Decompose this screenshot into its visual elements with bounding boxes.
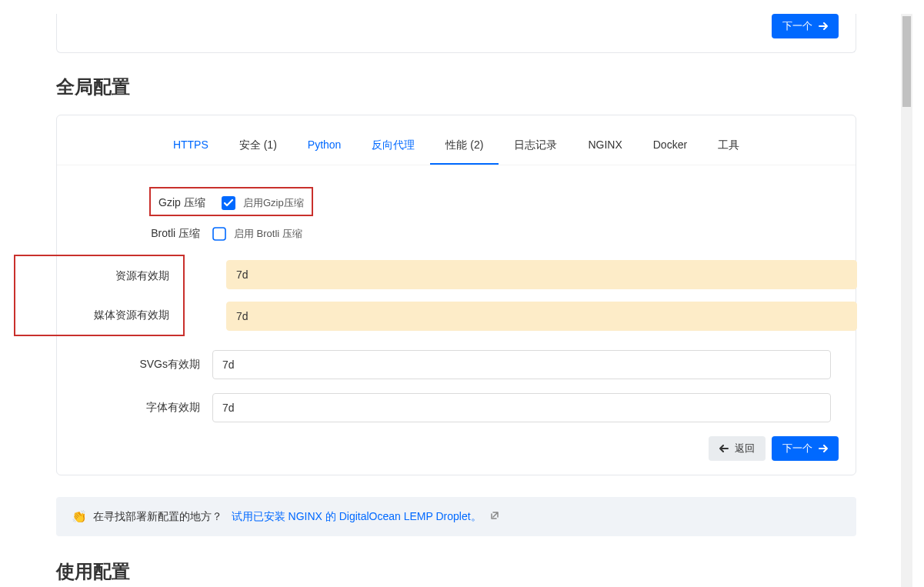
- highlight-gzip-box: Gzip 压缩 启用Gzip压缩: [149, 187, 313, 216]
- prev-section-card: 下一个: [56, 14, 856, 53]
- media-expiry-input[interactable]: [226, 302, 857, 331]
- tab-https[interactable]: HTTPS: [158, 125, 224, 165]
- back-button-label: 返回: [735, 442, 755, 455]
- tabs-container: HTTPS 安全 (1) Python 反向代理 性能 (2) 日志记录 NGI…: [57, 125, 856, 165]
- tab-performance[interactable]: 性能 (2): [430, 125, 499, 165]
- next-button[interactable]: 下一个: [772, 436, 839, 461]
- gzip-label: Gzip 压缩: [158, 196, 222, 210]
- next-button-label: 下一个: [782, 442, 812, 455]
- svg-rect-1: [213, 228, 225, 240]
- back-button[interactable]: 返回: [709, 436, 766, 461]
- section-global-title: 全局配置: [56, 75, 856, 99]
- banner-lead-text: 在寻找部署新配置的地方？: [93, 510, 222, 522]
- svg-expiry-label: SVGs有效期: [82, 358, 212, 372]
- brotli-checkbox-wrap[interactable]: 启用 Brotli 压缩: [212, 227, 302, 241]
- banner-link[interactable]: 试用已安装 NGINX 的 DigitalOcean LEMP Droplet。: [232, 510, 482, 522]
- tab-reverse-proxy[interactable]: 反向代理: [356, 125, 430, 165]
- highlight-expiry-box: 资源有效期 媒体资源有效期: [14, 255, 185, 336]
- wave-emoji-icon: 👏: [72, 509, 87, 524]
- checkbox-unchecked-icon: [212, 227, 226, 241]
- arrow-left-icon: [719, 445, 729, 452]
- assets-expiry-label: 资源有效期: [15, 269, 183, 283]
- font-expiry-input[interactable]: [212, 393, 831, 422]
- section-usage-title: 使用配置: [56, 559, 856, 584]
- promo-banner: 👏 在寻找部署新配置的地方？ 试用已安装 NGINX 的 DigitalOcea…: [56, 497, 856, 536]
- font-expiry-row: 字体有效期: [82, 393, 831, 422]
- tab-tools[interactable]: 工具: [702, 125, 755, 165]
- brotli-checkbox-label: 启用 Brotli 压缩: [234, 227, 302, 241]
- arrow-right-icon: [819, 22, 828, 30]
- global-config-card: HTTPS 安全 (1) Python 反向代理 性能 (2) 日志记录 NGI…: [56, 115, 856, 475]
- arrow-right-icon: [819, 445, 828, 452]
- gzip-checkbox-label: 启用Gzip压缩: [243, 196, 304, 210]
- next-button-top[interactable]: 下一个: [772, 14, 839, 38]
- brotli-label: Brotli 压缩: [82, 227, 212, 241]
- external-link-icon: [490, 512, 499, 522]
- media-expiry-label: 媒体资源有效期: [15, 309, 183, 322]
- next-button-top-label: 下一个: [782, 19, 812, 33]
- tab-nginx[interactable]: NGINX: [572, 125, 637, 165]
- svg-expiry-row: SVGs有效期: [82, 350, 831, 379]
- tab-security[interactable]: 安全 (1): [224, 125, 292, 165]
- page-scrollbar[interactable]: [901, 14, 912, 587]
- font-expiry-label: 字体有效期: [82, 401, 212, 415]
- checkbox-checked-icon: [222, 196, 235, 210]
- form-area: Gzip 压缩 启用Gzip压缩 Brotli 压缩 启用 Brotli 压缩: [74, 187, 839, 422]
- tab-logging[interactable]: 日志记录: [499, 125, 572, 165]
- gzip-checkbox-wrap[interactable]: 启用Gzip压缩: [222, 196, 304, 210]
- scrollbar-thumb[interactable]: [902, 16, 911, 107]
- svg-expiry-input[interactable]: [212, 350, 831, 379]
- brotli-row: Brotli 压缩 启用 Brotli 压缩: [82, 227, 831, 241]
- tab-docker[interactable]: Docker: [638, 125, 702, 165]
- tab-python[interactable]: Python: [292, 125, 357, 165]
- assets-expiry-input[interactable]: [226, 260, 857, 289]
